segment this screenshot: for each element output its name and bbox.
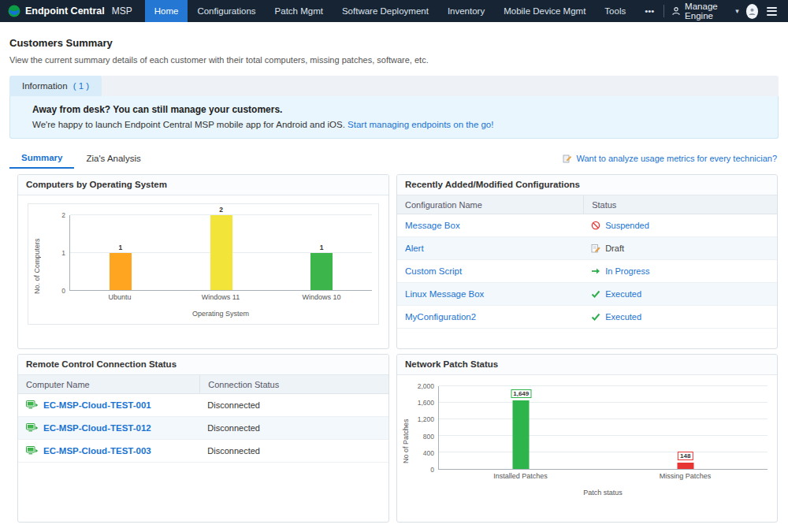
bar-value-label: 2 — [219, 206, 223, 214]
table-row: EC-MSP-Cloud-TEST-012 Disconnected — [18, 417, 388, 440]
status-text: Draft — [605, 244, 624, 253]
table-row: Message Box Suspended — [397, 214, 777, 237]
table-row: EC-MSP-Cloud-TEST-001 Disconnected — [18, 394, 388, 417]
account-label: Manage Engine — [685, 2, 731, 20]
computer-link[interactable]: EC-MSP-Cloud-TEST-012 — [43, 423, 151, 433]
bar-value-label: 1,649 — [511, 389, 531, 398]
brand-suffix: MSP — [112, 6, 132, 17]
nav-item-more[interactable]: ••• — [635, 0, 663, 22]
nav-item-inventory[interactable]: Inventory — [438, 0, 494, 22]
information-tab[interactable]: Information ( 1 ) — [9, 76, 102, 96]
column-header-status: Status — [583, 195, 777, 214]
panel-remote-control-status: Remote Control Connection Status Compute… — [17, 354, 389, 523]
y-tick: 1,600 — [418, 399, 434, 407]
y-axis-label: No. of Computers — [32, 215, 43, 318]
panel-network-patch-status: Network Patch Status No of Patches 04008… — [396, 354, 778, 523]
nav-item-tools[interactable]: Tools — [595, 0, 635, 22]
y-tick: 0 — [61, 287, 65, 295]
table-row: EC-MSP-Cloud-TEST-003 Disconnected — [18, 440, 388, 463]
panel-title: Remote Control Connection Status — [18, 355, 388, 375]
menu-icon[interactable] — [765, 4, 779, 19]
chevron-down-icon: ▾ — [735, 7, 739, 15]
column-header-configuration-name: Configuration Name — [397, 200, 583, 210]
config-link[interactable]: Message Box — [405, 221, 460, 230]
computer-link[interactable]: EC-MSP-Cloud-TEST-003 — [43, 446, 151, 456]
nav-item-software-deployment[interactable]: Software Deployment — [333, 0, 438, 22]
tab-zias-analysis[interactable]: Zia's Analysis — [74, 149, 152, 168]
nav-item-home[interactable]: Home — [145, 0, 188, 22]
in-progress-icon — [591, 267, 600, 275]
nav-right-section: Manage Engine ▾ — [663, 0, 788, 22]
computer-icon — [26, 446, 39, 456]
panel-title: Computers by Operating System — [18, 175, 388, 195]
column-header-connection-status: Connection Status — [199, 375, 388, 393]
nav-item-configurations[interactable]: Configurations — [188, 0, 265, 22]
table-header-row: Computer Name Connection Status — [18, 375, 388, 394]
information-section: Information ( 1 ) Away from desk? You ca… — [9, 76, 779, 139]
y-axis-ticks: 04008001,2001,6002,000 — [411, 386, 438, 470]
x-category-label: Windows 11 — [202, 293, 240, 301]
page-subtitle: View the current summary details of each… — [9, 55, 779, 65]
info-banner: Away from desk? You can still manage you… — [9, 96, 779, 139]
usage-metrics-link[interactable]: Want to analyze usage metrics for every … — [563, 154, 779, 163]
table-header-row: Configuration Name Status — [397, 195, 777, 214]
bar-installed-patches: 1,649 — [513, 400, 530, 469]
x-axis-categories: Installed PatchesMissing Patches — [438, 472, 768, 482]
status-text: Suspended — [605, 221, 649, 230]
column-header-computer-name: Computer Name — [18, 380, 199, 389]
connection-status-text: Disconnected — [207, 423, 260, 433]
primary-nav: Home Configurations Patch Mgmt Software … — [145, 0, 664, 22]
nav-item-mobile-device-mgmt[interactable]: Mobile Device Mgmt — [494, 0, 595, 22]
bar-value-label: 1 — [320, 244, 324, 251]
usage-metrics-text: Want to analyze usage metrics for every … — [576, 154, 777, 163]
config-link[interactable]: Custom Script — [405, 266, 462, 276]
brand[interactable]: Endpoint CentralMSP — [8, 0, 132, 22]
nav-separator — [663, 5, 664, 17]
y-axis-label: No of Patches — [400, 386, 411, 497]
config-link[interactable]: Alert — [405, 244, 424, 253]
x-category-label: Missing Patches — [660, 472, 712, 480]
y-tick: 1,200 — [418, 415, 434, 423]
banner-link[interactable]: Start managing endpoints on the go! — [348, 120, 493, 129]
patch-bar-chart: No of Patches 04008001,2001,6002,000 1,6… — [400, 386, 768, 497]
brand-name: Endpoint Central — [25, 6, 105, 17]
bar-value-label: 148 — [678, 452, 693, 460]
plot-area: 121 — [69, 215, 372, 291]
y-tick: 1 — [61, 249, 65, 257]
account-menu[interactable]: Manage Engine ▾ — [671, 2, 739, 20]
bar-windows-11: 2 — [210, 215, 232, 290]
y-tick: 2 — [61, 211, 65, 219]
person-icon — [671, 6, 681, 16]
config-link[interactable]: Linux Message Box — [405, 289, 484, 299]
executed-icon — [591, 290, 600, 298]
y-axis-ticks: 012 — [43, 215, 69, 291]
summary-tabs: Summary Zia's Analysis Want to analyze u… — [9, 148, 779, 169]
information-tab-strip: Information ( 1 ) — [9, 76, 779, 96]
banner-headline: Away from desk? You can still manage you… — [32, 104, 756, 115]
dashboard-grid: Computers by Operating System No. of Com… — [17, 174, 779, 523]
user-avatar[interactable] — [746, 4, 758, 19]
computer-link[interactable]: EC-MSP-Cloud-TEST-001 — [43, 400, 151, 410]
suspended-icon — [591, 221, 600, 230]
status-text: Executed — [605, 289, 641, 299]
y-tick: 2,000 — [418, 382, 434, 390]
x-axis-label: Patch status — [438, 489, 768, 497]
status-text: In Progress — [605, 266, 649, 276]
bar-windows-10: 1 — [310, 253, 333, 291]
page-content: Customers Summary View the current summa… — [0, 37, 788, 523]
nav-item-patch-mgmt[interactable]: Patch Mgmt — [266, 0, 333, 22]
tab-summary[interactable]: Summary — [9, 148, 74, 169]
x-category-label: Installed Patches — [493, 472, 548, 480]
status-text: Executed — [605, 312, 641, 322]
top-navigation-bar: Endpoint CentralMSP Home Configurations … — [0, 0, 788, 22]
computer-icon — [26, 400, 39, 410]
config-link[interactable]: MyConfiguration2 — [405, 312, 476, 322]
computer-icon — [26, 423, 39, 433]
plot-area: 1,649148 — [438, 386, 768, 470]
information-count: ( 1 ) — [73, 81, 89, 91]
page-title: Customers Summary — [9, 37, 779, 49]
table-row: Custom Script In Progress — [397, 260, 777, 283]
connection-status-text: Disconnected — [207, 446, 260, 456]
x-category-label: Windows 10 — [302, 293, 340, 301]
os-bar-chart: No. of Computers 012 121 UbuntuWindows 1… — [32, 215, 372, 318]
